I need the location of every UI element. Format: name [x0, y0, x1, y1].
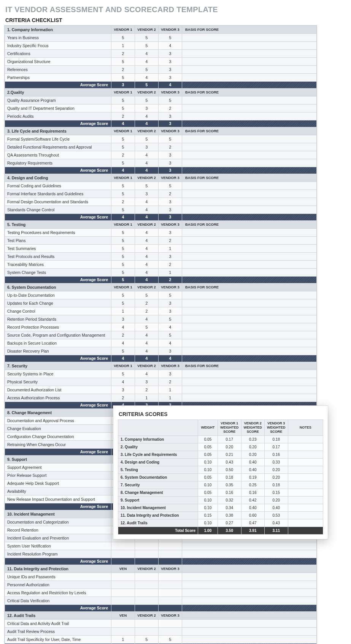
score-v1[interactable]: 4 — [111, 378, 135, 386]
basis-cell[interactable] — [182, 58, 317, 66]
score-v2[interactable]: 4 — [135, 245, 159, 253]
basis-cell[interactable] — [182, 370, 317, 378]
score-v2[interactable]: 5 — [135, 42, 159, 50]
score-row-notes[interactable] — [288, 497, 323, 504]
basis-cell[interactable] — [182, 581, 317, 589]
score-v3[interactable]: 3 — [159, 307, 182, 315]
score-v3[interactable]: 4 — [159, 323, 182, 331]
score-v2[interactable]: 5 — [135, 97, 159, 104]
score-v2[interactable]: 5 — [135, 66, 159, 74]
score-v1[interactable]: 5 — [111, 159, 135, 167]
basis-cell[interactable] — [182, 589, 317, 597]
score-v3[interactable]: 3 — [159, 206, 182, 214]
score-v1[interactable]: 2 — [111, 331, 135, 339]
score-v2[interactable]: 4 — [135, 331, 159, 339]
score-v1[interactable]: 5 — [111, 291, 135, 299]
score-v2[interactable] — [135, 620, 159, 628]
score-v1[interactable]: 5 — [111, 34, 135, 42]
score-v3[interactable]: 5 — [159, 331, 182, 339]
score-v1[interactable] — [111, 620, 135, 628]
score-v3[interactable]: 3 — [159, 198, 182, 206]
basis-cell[interactable] — [182, 378, 317, 386]
score-row-notes[interactable] — [288, 481, 323, 489]
score-v2[interactable]: 4 — [135, 370, 159, 378]
basis-cell[interactable] — [182, 628, 317, 636]
score-v3[interactable]: 2 — [159, 104, 182, 112]
score-v2[interactable] — [135, 581, 159, 589]
score-v2[interactable]: 2 — [135, 386, 159, 394]
score-v2[interactable]: 4 — [135, 261, 159, 269]
score-v2[interactable]: 3 — [135, 143, 159, 151]
score-row-notes[interactable] — [288, 436, 323, 443]
score-v1[interactable]: 5 — [111, 370, 135, 378]
score-v2[interactable] — [135, 597, 159, 605]
basis-cell[interactable] — [182, 229, 317, 237]
score-v3[interactable]: 1 — [159, 394, 182, 402]
score-v2[interactable]: 4 — [135, 315, 159, 323]
score-v1[interactable]: 2 — [111, 151, 135, 159]
score-v1[interactable] — [111, 597, 135, 605]
score-v2[interactable]: 3 — [135, 378, 159, 386]
basis-cell[interactable] — [182, 151, 317, 159]
score-v2[interactable] — [135, 628, 159, 636]
basis-cell[interactable] — [182, 182, 317, 190]
score-v3[interactable]: 5 — [159, 291, 182, 299]
score-v2[interactable]: 4 — [135, 229, 159, 237]
score-v1[interactable]: 5 — [111, 229, 135, 237]
score-v1[interactable]: 5 — [111, 190, 135, 198]
score-v1[interactable]: 5 — [111, 237, 135, 245]
score-v2[interactable]: 5 — [135, 636, 159, 644]
basis-cell[interactable] — [182, 66, 317, 74]
score-v3[interactable]: 3 — [159, 253, 182, 261]
score-v3[interactable] — [159, 597, 182, 605]
score-row-notes[interactable] — [288, 459, 323, 466]
score-v1[interactable] — [111, 550, 135, 558]
score-v2[interactable]: 4 — [135, 58, 159, 66]
score-v3[interactable] — [159, 573, 182, 581]
basis-cell[interactable] — [182, 331, 317, 339]
score-v1[interactable]: 5 — [111, 261, 135, 269]
score-v1[interactable] — [111, 581, 135, 589]
score-row-notes[interactable] — [288, 512, 323, 519]
basis-cell[interactable] — [182, 636, 317, 644]
score-v2[interactable] — [135, 589, 159, 597]
score-v3[interactable] — [159, 581, 182, 589]
score-v1[interactable]: 5 — [111, 206, 135, 214]
basis-cell[interactable] — [182, 237, 317, 245]
score-v3[interactable] — [159, 620, 182, 628]
score-v3[interactable]: 2 — [159, 261, 182, 269]
score-v3[interactable]: 2 — [159, 190, 182, 198]
score-v1[interactable]: 2 — [111, 394, 135, 402]
score-v3[interactable] — [159, 628, 182, 636]
basis-cell[interactable] — [182, 253, 317, 261]
score-v3[interactable] — [159, 550, 182, 558]
score-v2[interactable]: 4 — [135, 206, 159, 214]
score-v3[interactable]: 2 — [159, 143, 182, 151]
score-v1[interactable]: 4 — [111, 339, 135, 347]
basis-cell[interactable] — [182, 550, 317, 558]
score-v3[interactable] — [159, 589, 182, 597]
score-v3[interactable]: 1 — [159, 386, 182, 394]
score-row-notes[interactable] — [288, 466, 323, 474]
score-v3[interactable]: 3 — [159, 58, 182, 66]
score-v1[interactable]: 4 — [111, 323, 135, 331]
score-v2[interactable]: 4 — [135, 237, 159, 245]
score-v1[interactable]: 3 — [111, 386, 135, 394]
score-v1[interactable]: 3 — [111, 315, 135, 323]
score-v1[interactable]: 5 — [111, 182, 135, 190]
basis-cell[interactable] — [182, 269, 317, 277]
basis-cell[interactable] — [182, 50, 317, 58]
basis-cell[interactable] — [182, 159, 317, 167]
score-v1[interactable] — [111, 589, 135, 597]
basis-cell[interactable] — [182, 315, 317, 323]
score-row-notes[interactable] — [288, 504, 323, 512]
score-row-notes[interactable] — [288, 489, 323, 497]
basis-cell[interactable] — [182, 104, 317, 112]
score-v1[interactable]: 5 — [111, 58, 135, 66]
score-v2[interactable]: 3 — [135, 104, 159, 112]
score-v1[interactable]: 2 — [111, 198, 135, 206]
score-v3[interactable]: 3 — [159, 112, 182, 120]
score-row-notes[interactable] — [288, 451, 323, 459]
score-v1[interactable]: 2 — [111, 112, 135, 120]
basis-cell[interactable] — [182, 206, 317, 214]
